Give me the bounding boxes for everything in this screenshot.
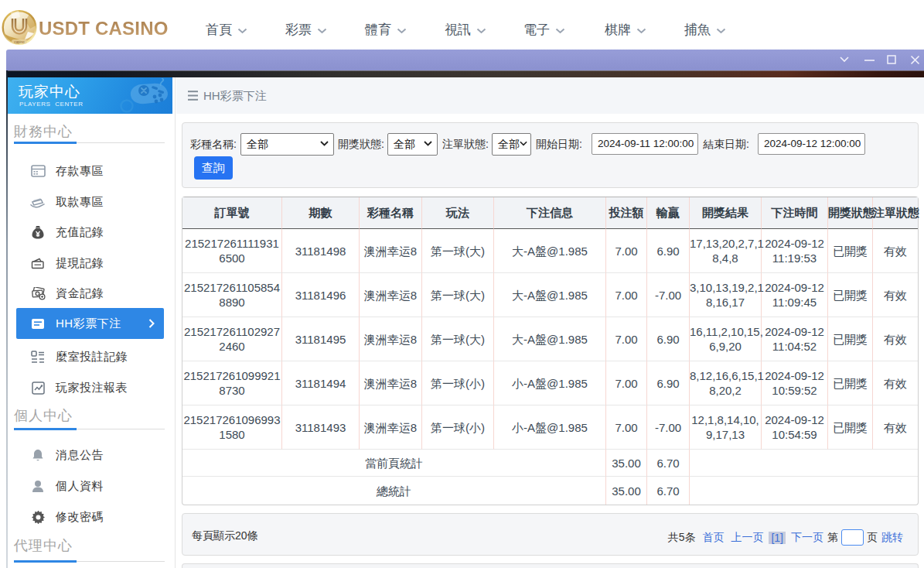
- svg-text:casino: casino: [14, 40, 25, 44]
